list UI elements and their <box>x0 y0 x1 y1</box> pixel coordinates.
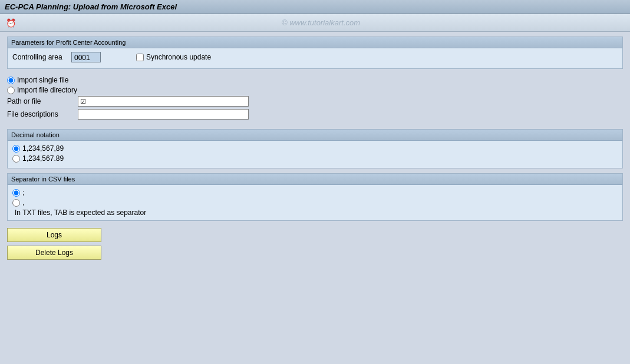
path-or-file-row: Path or file <box>7 96 623 107</box>
page-title: EC-PCA Planning: Upload from Microsoft E… <box>5 2 177 11</box>
path-or-file-label: Path or file <box>7 97 78 105</box>
controlling-area-value[interactable]: 0001 <box>71 52 101 62</box>
title-bar: EC-PCA Planning: Upload from Microsoft E… <box>0 0 630 14</box>
decimal-option2-radio[interactable] <box>12 155 20 163</box>
csv-option2[interactable]: , <box>12 198 618 207</box>
decimal-option2-label: 1,234,567.89 <box>22 154 64 163</box>
decimal-option2[interactable]: 1,234,567.89 <box>12 154 618 163</box>
import-file-directory-label: Import file directory <box>17 86 77 94</box>
decimal-panel-body: 1,234,567,89 1,234,567.89 <box>8 141 622 168</box>
csv-option1-radio[interactable] <box>12 189 20 197</box>
csv-option2-label: , <box>22 198 24 207</box>
toolbar: ⏰ © www.tutorialkart.com <box>0 14 630 32</box>
csv-option2-radio[interactable] <box>12 199 20 207</box>
decimal-option1[interactable]: 1,234,567,89 <box>12 144 618 153</box>
csv-panel-body: ; , In TXT files, TAB is expected as sep… <box>8 185 622 220</box>
file-descriptions-label: File descriptions <box>7 110 78 118</box>
controlling-area-label: Controlling area <box>12 53 71 61</box>
csv-info-text: In TXT files, TAB is expected as separat… <box>12 209 618 217</box>
decimal-option1-label: 1,234,567,89 <box>22 144 64 153</box>
main-content: Parameters for Profit Center Accounting … <box>0 32 630 268</box>
params-panel-body: Controlling area 0001 Synchronous update <box>8 48 622 68</box>
file-descriptions-input[interactable] <box>78 109 249 120</box>
import-single-file-option[interactable]: Import single file <box>7 76 623 84</box>
clock-icon[interactable]: ⏰ <box>5 17 17 29</box>
csv-option1-label: ; <box>22 188 24 197</box>
logs-button[interactable]: Logs <box>7 228 101 242</box>
delete-logs-button[interactable]: Delete Logs <box>7 246 101 260</box>
import-single-file-radio[interactable] <box>7 77 15 84</box>
watermark-text: © www.tutorialkart.com <box>17 18 625 27</box>
decimal-option1-radio[interactable] <box>12 145 20 153</box>
decimal-panel-header: Decimal notation <box>8 130 622 141</box>
csv-option1[interactable]: ; <box>12 188 618 197</box>
params-panel: Parameters for Profit Center Accounting … <box>7 37 623 69</box>
csv-panel-header: Separator in CSV files <box>8 174 622 185</box>
import-file-directory-radio[interactable] <box>7 87 15 94</box>
import-file-directory-option[interactable]: Import file directory <box>7 86 623 94</box>
controlling-area-row: Controlling area 0001 Synchronous update <box>12 52 618 62</box>
params-panel-header: Parameters for Profit Center Accounting <box>8 37 622 48</box>
path-or-file-input[interactable] <box>78 96 249 107</box>
synchronous-update-label[interactable]: Synchronous update <box>136 53 211 61</box>
file-descriptions-row: File descriptions <box>7 109 623 120</box>
import-section: Import single file Import file directory… <box>7 74 623 124</box>
import-single-file-label: Import single file <box>17 76 68 84</box>
csv-panel: Separator in CSV files ; , In TXT files,… <box>7 173 623 221</box>
decimal-panel: Decimal notation 1,234,567,89 1,234,567.… <box>7 129 623 168</box>
synchronous-update-checkbox[interactable] <box>136 54 144 61</box>
